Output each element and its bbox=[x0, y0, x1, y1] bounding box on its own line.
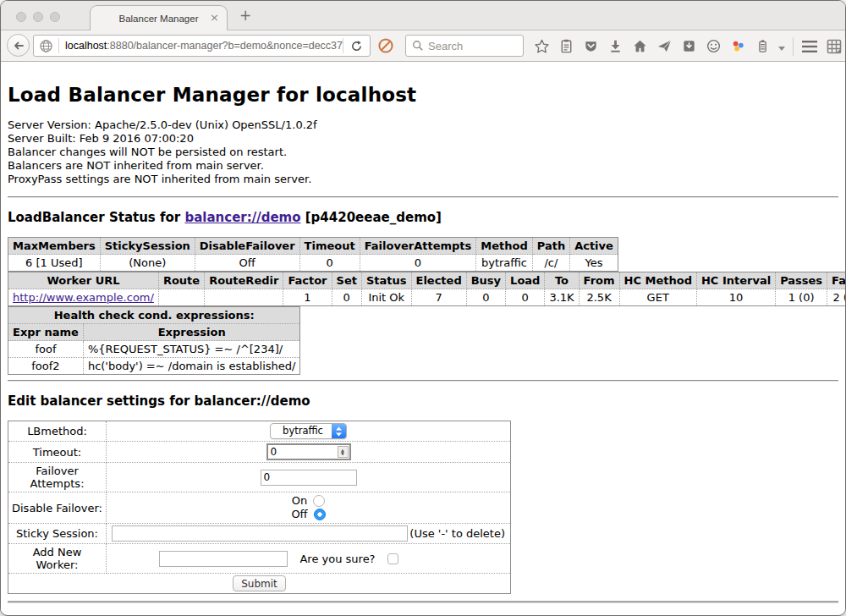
dropdown-caret-icon[interactable] bbox=[778, 38, 785, 54]
colored-dots-icon[interactable] bbox=[729, 38, 746, 55]
inherit-note-line: Balancers are NOT inherited from main se… bbox=[8, 159, 838, 173]
disable-failover-label: Disable Failover: bbox=[8, 492, 107, 524]
table-header-row: Expr name Expression bbox=[8, 324, 300, 341]
table-header-row: Worker URL Route RouteRedir Factor Set S… bbox=[8, 272, 846, 289]
failover-off-radio[interactable] bbox=[314, 509, 326, 520]
table-title-row: Health check cond. expressions: bbox=[8, 307, 300, 324]
save-page-icon[interactable] bbox=[680, 38, 697, 55]
send-icon[interactable] bbox=[656, 38, 673, 55]
server-built-line: Server Built: Feb 9 2016 07:00:20 bbox=[8, 132, 838, 146]
are-you-sure-checkbox[interactable] bbox=[387, 553, 398, 564]
battery-icon[interactable] bbox=[754, 38, 771, 55]
clipboard-icon[interactable] bbox=[558, 38, 574, 55]
content-blocker-icon[interactable] bbox=[377, 37, 394, 58]
zoom-window-button[interactable] bbox=[50, 12, 60, 22]
table-header-row: MaxMembers StickySession DisableFailover… bbox=[8, 238, 618, 255]
sticky-session-label: Sticky Session: bbox=[8, 524, 107, 544]
lbmethod-select[interactable]: bytraffic bbox=[270, 423, 347, 439]
browser-window: Balancer Manager × + localhost:8880/bala… bbox=[0, 0, 846, 616]
add-worker-row: Add New Worker: Are you sure? bbox=[8, 544, 511, 574]
window-controls bbox=[16, 12, 60, 22]
divider bbox=[8, 380, 838, 382]
tab-balancer-manager[interactable]: Balancer Manager × bbox=[90, 5, 228, 30]
page-content: Load Balancer Manager for localhost Serv… bbox=[1, 62, 845, 613]
persist-note-line: Balancer changes will NOT be persisted o… bbox=[8, 146, 838, 159]
failover-on-radio[interactable] bbox=[313, 495, 325, 507]
tab-close-icon[interactable]: × bbox=[210, 11, 219, 25]
search-input[interactable] bbox=[428, 40, 513, 52]
add-worker-input[interactable] bbox=[159, 551, 288, 567]
address-text[interactable]: localhost:8880/balancer-manager?b=demo&n… bbox=[59, 40, 343, 52]
sticky-session-hint: (Use '-' to delete) bbox=[409, 527, 505, 540]
balancer-demo-link[interactable]: balancer://demo bbox=[184, 210, 300, 225]
back-button[interactable] bbox=[7, 34, 30, 57]
off-label: Off bbox=[291, 508, 307, 521]
divider bbox=[8, 196, 838, 198]
tab-grid-icon[interactable] bbox=[826, 38, 843, 55]
search-bar[interactable] bbox=[405, 35, 524, 57]
lbmethod-label: LBmethod: bbox=[8, 421, 107, 442]
sticky-session-row: Sticky Session: (Use '-' to delete) bbox=[8, 524, 511, 544]
new-tab-button[interactable]: + bbox=[239, 8, 251, 23]
table-row: http://www.example.com/ 1 0 Init Ok 7 0 … bbox=[8, 289, 846, 306]
downloads-icon[interactable] bbox=[607, 38, 624, 55]
toolbar-divider bbox=[793, 37, 794, 56]
search-icon bbox=[412, 40, 424, 52]
url-bar[interactable]: localhost:8880/balancer-manager?b=demo&n… bbox=[33, 35, 371, 57]
failover-attempts-row: Failover Attempts: bbox=[8, 463, 511, 492]
failover-attempts-label: Failover Attempts: bbox=[8, 463, 107, 492]
server-version-line: Server Version: Apache/2.5.0-dev (Unix) … bbox=[8, 118, 838, 132]
reload-icon bbox=[350, 40, 363, 52]
home-icon[interactable] bbox=[631, 38, 648, 55]
on-label: On bbox=[292, 494, 307, 508]
worker-table: Worker URL Route RouteRedir Factor Set S… bbox=[8, 272, 845, 306]
number-stepper-icon[interactable]: ▲▼ bbox=[338, 446, 349, 458]
select-stepper-icon bbox=[332, 424, 346, 438]
status-heading: LoadBalancer Status for balancer://demo … bbox=[8, 210, 838, 225]
add-worker-label: Add New Worker: bbox=[8, 544, 107, 574]
proxypass-note-line: ProxyPass settings are NOT inherited fro… bbox=[8, 173, 838, 186]
page-title: Load Balancer Manager for localhost bbox=[8, 84, 838, 106]
timeout-row: Timeout: ▲▼ bbox=[8, 442, 511, 463]
lbmethod-row: LBmethod: bytraffic bbox=[8, 421, 511, 442]
are-you-sure-label: Are you sure? bbox=[299, 553, 375, 565]
table-row: 6 [1 Used] (None) Off 0 0 bytraffic /c/ … bbox=[8, 255, 618, 272]
server-info: Server Version: Apache/2.5.0-dev (Unix) … bbox=[8, 118, 838, 186]
edit-balancer-form: LBmethod: bytraffic Timeout: ▲▼ bbox=[8, 421, 511, 594]
table-row: foof %{REQUEST_STATUS} =~ /^[234]/ bbox=[8, 341, 300, 358]
tab-bar: Balancer Manager × + bbox=[1, 1, 845, 30]
tab-title: Balancer Manager bbox=[119, 14, 199, 24]
reload-button[interactable] bbox=[343, 40, 370, 52]
menu-hamburger-icon[interactable] bbox=[801, 38, 818, 55]
edit-settings-heading: Edit balancer settings for balancer://de… bbox=[8, 393, 838, 409]
submit-button[interactable]: Submit bbox=[233, 575, 286, 591]
bottom-divider bbox=[8, 601, 838, 603]
feedback-smiley-icon[interactable] bbox=[705, 38, 722, 55]
navigation-bar: localhost:8880/balancer-manager?b=demo&n… bbox=[1, 30, 845, 62]
timeout-label: Timeout: bbox=[8, 442, 107, 463]
globe-icon[interactable] bbox=[34, 39, 58, 53]
table-row: foof2 hc('body') =~ /domain is establish… bbox=[8, 358, 300, 375]
bookmark-star-icon[interactable] bbox=[533, 38, 550, 55]
close-window-button[interactable] bbox=[16, 12, 26, 22]
disable-failover-row: Disable Failover: On Off bbox=[8, 492, 511, 524]
toolbar-icons bbox=[533, 30, 843, 62]
sticky-session-input[interactable] bbox=[112, 525, 408, 542]
balancer-status-table: MaxMembers StickySession DisableFailover… bbox=[8, 237, 618, 272]
minimize-window-button[interactable] bbox=[33, 12, 43, 22]
worker-url-link[interactable]: http://www.example.com/ bbox=[13, 291, 154, 304]
submit-row: Submit bbox=[8, 574, 511, 594]
failover-attempts-input[interactable] bbox=[261, 470, 357, 486]
pocket-icon[interactable] bbox=[582, 38, 599, 55]
health-check-table: Health check cond. expressions: Expr nam… bbox=[8, 306, 300, 375]
back-icon bbox=[12, 39, 25, 52]
